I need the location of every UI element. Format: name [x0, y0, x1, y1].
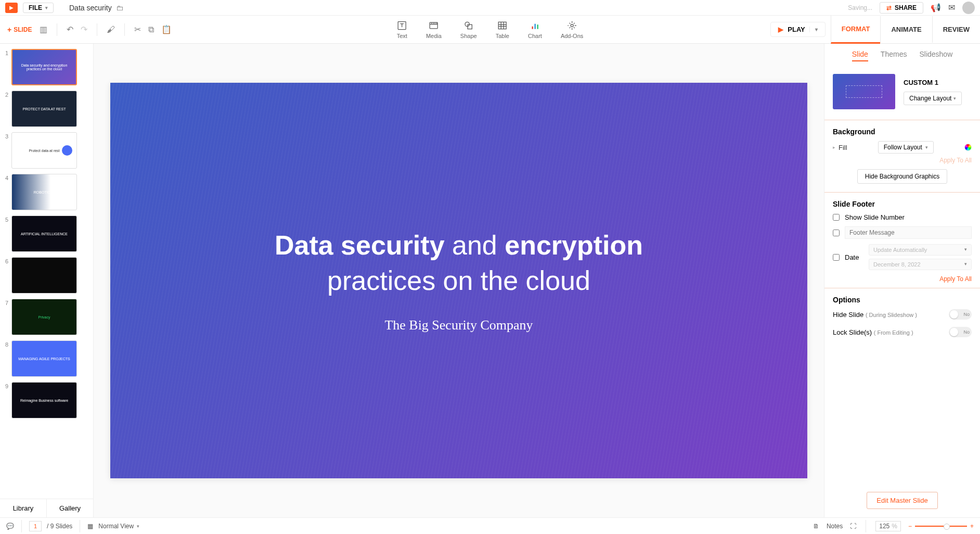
slide-thumbnail[interactable]: 1 Data security and encryption practices… — [3, 49, 89, 85]
sidebar-tab-slide[interactable]: Slide — [852, 50, 868, 61]
app-logo[interactable]: ▶ — [5, 3, 18, 13]
gallery-tab[interactable]: Gallery — [47, 499, 93, 517]
canvas-area[interactable]: Data security and encryption practices o… — [94, 44, 824, 517]
separator — [124, 23, 125, 36]
comment-icon[interactable]: 💬 — [6, 523, 14, 530]
svg-point-5 — [571, 24, 573, 27]
notes-icon[interactable]: 🗎 — [813, 523, 819, 530]
insert-text-button[interactable]: Text — [397, 20, 407, 39]
slide-thumbnail[interactable]: 6 — [3, 257, 89, 294]
insert-shape-button[interactable]: Shape — [460, 20, 477, 39]
addons-icon — [567, 20, 577, 31]
share-button[interactable]: ⇄ SHARE — [880, 2, 923, 14]
apply-to-all-link[interactable]: Apply To All — [833, 275, 972, 283]
redo-icon[interactable]: ↷ — [81, 24, 87, 34]
slide-number: 2 — [3, 91, 8, 127]
insert-table-button[interactable]: Table — [496, 20, 509, 39]
play-button[interactable]: ▶ PLAY ▾ — [770, 22, 825, 37]
toolbar: + SLIDE ▥ ↶ ↷ 🖌 ✂ ⧉ 📋 Text Media Shape T… — [0, 16, 980, 44]
saving-status: Saving... — [848, 4, 872, 11]
layout-thumbnail — [833, 74, 895, 109]
expand-icon[interactable]: ⛶ — [850, 523, 856, 530]
svg-rect-3 — [468, 24, 472, 29]
cut-icon[interactable]: ✂ — [134, 24, 141, 34]
file-menu[interactable]: FILE ▾ — [23, 3, 54, 13]
view-icon[interactable]: ▦ — [87, 523, 93, 530]
view-dropdown[interactable]: Normal View ▾ — [98, 523, 139, 530]
slide-list[interactable]: 1 Data security and encryption practices… — [0, 44, 93, 499]
show-slide-number-checkbox[interactable] — [833, 214, 840, 221]
insert-addons-button[interactable]: Add-Ons — [561, 20, 583, 39]
zoom-value-box[interactable]: 125 % — [875, 521, 901, 531]
slide-footer-heading: Slide Footer — [833, 200, 972, 208]
slide-canvas[interactable]: Data security and encryption practices o… — [110, 83, 807, 478]
document-title[interactable]: Data security — [69, 4, 112, 12]
insert-chart-button[interactable]: Chart — [528, 20, 542, 39]
slide-number: 8 — [3, 340, 8, 377]
tab-format[interactable]: FORMAT — [831, 16, 881, 44]
paste-icon[interactable]: 📋 — [161, 24, 172, 34]
date-label: Date — [845, 253, 863, 261]
tab-animate[interactable]: ANIMATE — [880, 16, 932, 43]
date-checkbox[interactable] — [833, 254, 840, 261]
undo-icon[interactable]: ↶ — [67, 24, 73, 34]
slide-thumbnail[interactable]: 7 Privacy — [3, 299, 89, 335]
insert-addons-label: Add-Ons — [561, 33, 583, 39]
slide-thumbnail[interactable]: 5 ARTIFICIAL INTELLIGENCE — [3, 215, 89, 252]
hide-background-button[interactable]: Hide Background Graphics — [857, 169, 947, 184]
date-update-dropdown[interactable]: Update Automatically▾ — [869, 244, 972, 256]
format-sidebar: Slide Themes Slideshow CUSTOM 1 Change L… — [824, 44, 980, 517]
fill-dropdown[interactable]: Follow Layout ▾ — [878, 141, 934, 154]
footer-message-input[interactable] — [845, 226, 972, 239]
file-menu-label: FILE — [29, 4, 42, 11]
chevron-down-icon: ▾ — [45, 5, 48, 10]
slide-number: 6 — [3, 257, 8, 294]
hide-slide-toggle[interactable]: No — [949, 309, 972, 320]
change-layout-button[interactable]: Change Layout ▾ — [904, 92, 962, 105]
sidebar-tab-themes[interactable]: Themes — [881, 50, 907, 61]
shape-icon — [463, 20, 474, 31]
mail-icon[interactable]: ✉ — [948, 3, 955, 12]
format-paint-icon[interactable]: 🖌 — [107, 25, 115, 34]
zoom-in-button[interactable]: + — [970, 523, 974, 530]
edit-master-slide-button[interactable]: Edit Master Slide — [867, 492, 937, 509]
new-slide-button[interactable]: + SLIDE — [7, 26, 32, 34]
zoom-slider[interactable] — [915, 526, 967, 527]
options-heading: Options — [833, 296, 972, 304]
apply-to-all-link[interactable]: Apply To All — [833, 157, 972, 164]
announce-icon[interactable]: 📢 — [931, 3, 941, 12]
slide-thumbnail[interactable]: 2 PROTECT DATA AT REST — [3, 91, 89, 127]
lock-slide-toggle[interactable]: No — [949, 327, 972, 337]
play-icon: ▶ — [778, 26, 783, 33]
sidebar-tab-slideshow[interactable]: Slideshow — [919, 50, 952, 61]
slide-thumbnail[interactable]: 9 Reimagine Business software — [3, 382, 89, 418]
slide-number: 9 — [3, 382, 8, 418]
avatar[interactable] — [962, 2, 975, 14]
color-swatch-icon[interactable] — [964, 144, 972, 151]
current-page-input[interactable] — [29, 521, 42, 531]
folder-icon[interactable]: 🗀 — [116, 4, 123, 12]
copy-icon[interactable]: ⧉ — [148, 25, 154, 34]
insert-shape-label: Shape — [460, 33, 477, 39]
footer-message-checkbox[interactable] — [833, 230, 840, 236]
fill-label: Fill — [839, 144, 847, 151]
date-value-dropdown[interactable]: December 8, 2022▾ — [869, 259, 972, 270]
insert-media-label: Media — [426, 33, 442, 39]
expand-icon[interactable]: ▸ — [833, 145, 835, 150]
insert-media-button[interactable]: Media — [426, 20, 442, 39]
table-icon — [497, 20, 508, 31]
svg-rect-4 — [498, 22, 506, 29]
library-tab[interactable]: Library — [0, 499, 47, 517]
slide-thumbnail[interactable]: 8 MANAGING AGILE PROJECTS — [3, 340, 89, 377]
slide-subtitle[interactable]: The Big Security Company — [384, 317, 533, 333]
slide-thumbnail[interactable]: 3 Protect data at rest — [3, 132, 89, 169]
layout-icon[interactable]: ▥ — [40, 24, 47, 34]
slide-title[interactable]: Data security and encryption practices o… — [275, 228, 643, 298]
media-icon — [429, 20, 439, 31]
slide-thumbnail[interactable]: 4 ROBOTICS? — [3, 174, 89, 210]
chevron-down-icon[interactable]: ▾ — [809, 27, 818, 32]
background-heading: Background — [833, 128, 972, 136]
zoom-out-button[interactable]: − — [908, 523, 912, 530]
notes-label[interactable]: Notes — [827, 523, 843, 530]
tab-review[interactable]: REVIEW — [932, 16, 980, 43]
